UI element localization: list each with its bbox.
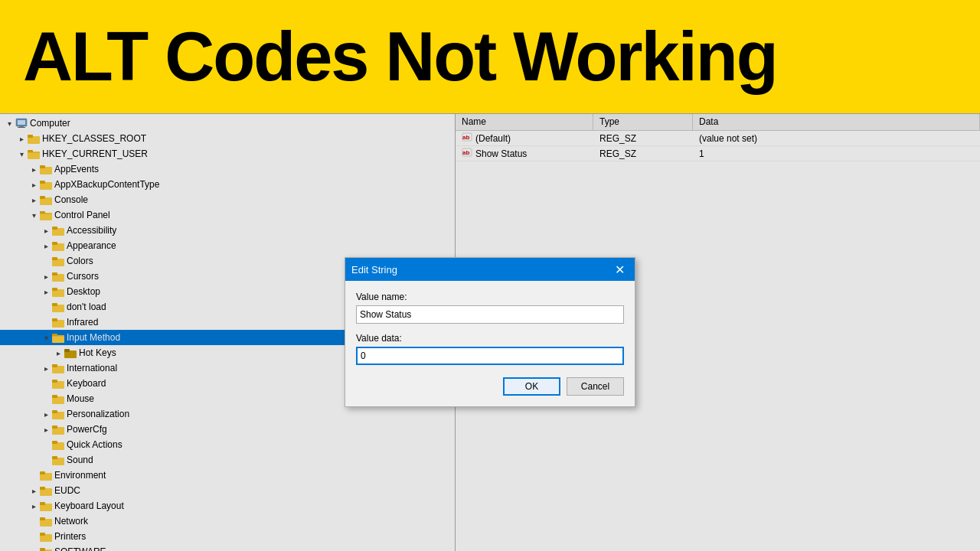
value-data-label: Value data: xyxy=(356,333,624,344)
edit-string-dialog: Edit String ✕ Value name: Value data: OK… xyxy=(345,257,635,407)
dialog-body: Value name: Value data: OK Cancel xyxy=(345,281,635,406)
banner-title: ALT Codes Not Working xyxy=(23,22,777,91)
modal-overlay: Edit String ✕ Value name: Value data: OK… xyxy=(0,113,980,551)
value-data-input[interactable] xyxy=(356,347,624,365)
dialog-close-button[interactable]: ✕ xyxy=(610,260,629,279)
value-name-input[interactable] xyxy=(356,305,624,324)
dialog-title: Edit String xyxy=(351,264,397,276)
dialog-buttons: OK Cancel xyxy=(356,377,624,396)
ok-button[interactable]: OK xyxy=(503,377,560,396)
dialog-titlebar: Edit String ✕ xyxy=(345,258,635,281)
cancel-button[interactable]: Cancel xyxy=(567,377,624,396)
value-name-label: Value name: xyxy=(356,292,624,302)
banner: ALT Codes Not Working xyxy=(0,0,980,113)
